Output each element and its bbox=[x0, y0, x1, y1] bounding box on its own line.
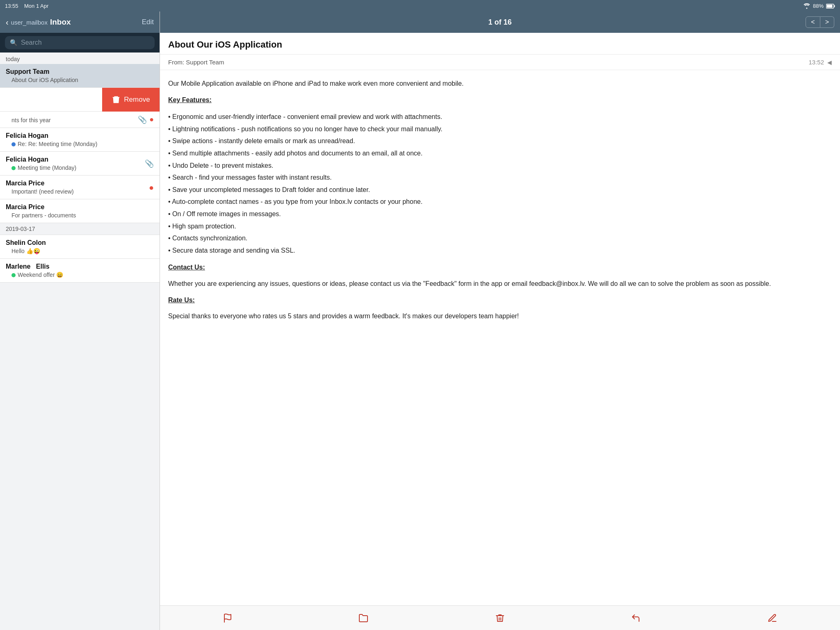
email-item-partial[interactable]: nts for this year 📎 ● bbox=[0, 112, 160, 128]
feature-item: On / Off remote images in messages. bbox=[168, 208, 832, 220]
exclamation-icon: ● bbox=[149, 183, 154, 192]
email-body: Our Mobile Application available on iPho… bbox=[160, 70, 840, 336]
left-header-left: ‹ user_mailbox Inbox bbox=[6, 18, 71, 27]
remove-action[interactable]: Remove bbox=[102, 88, 160, 112]
back-button[interactable]: ‹ bbox=[6, 18, 9, 27]
mailbox-label[interactable]: user_mailbox bbox=[11, 19, 48, 26]
date-separator-2019: 2019-03-17 bbox=[0, 223, 160, 235]
email-from: From: Support Team bbox=[168, 59, 224, 66]
feature-item: Contacts synchronization. bbox=[168, 232, 832, 244]
flag-button[interactable] bbox=[215, 610, 241, 626]
trash-button[interactable] bbox=[487, 610, 513, 626]
rate-heading: Rate Us: bbox=[168, 295, 832, 306]
email-subject: For partners - documents bbox=[6, 212, 154, 219]
svg-rect-2 bbox=[827, 5, 833, 8]
email-subject: Weekend offer 😄 bbox=[6, 272, 154, 278]
main-container: ‹ user_mailbox Inbox Edit 🔍 Search today… bbox=[0, 11, 840, 630]
contact-text: Whether you are experiencing any issues,… bbox=[168, 278, 832, 289]
feature-item: High spam protection. bbox=[168, 220, 832, 233]
pagination-buttons: < > bbox=[806, 16, 834, 28]
email-icons: 📎 ● bbox=[138, 115, 154, 124]
left-panel: ‹ user_mailbox Inbox Edit 🔍 Search today… bbox=[0, 11, 160, 630]
email-sender: Marlene Ellis bbox=[6, 263, 154, 270]
feature-item: Ergonomic and user-friendly interface - … bbox=[168, 111, 832, 123]
email-timestamp: 13:52 bbox=[808, 59, 824, 66]
key-features-heading: Key Features: bbox=[168, 95, 832, 105]
email-subject: Important! (need review) bbox=[6, 188, 154, 195]
search-icon: 🔍 bbox=[10, 39, 18, 46]
email-meta: From: Support Team 13:52 ◀ bbox=[160, 55, 840, 70]
battery-icon bbox=[826, 3, 835, 9]
section-today: today bbox=[0, 52, 160, 64]
email-item-shelin[interactable]: Shelin Colon Hello 👍😜 bbox=[0, 235, 160, 259]
right-panel: 1 of 16 < > About Our iOS Application Fr… bbox=[160, 11, 840, 630]
email-sender: Marcia Price bbox=[6, 203, 154, 211]
remove-label: Remove bbox=[124, 96, 150, 104]
email-subject: Re: Re: Meeting time (Monday) bbox=[6, 141, 154, 147]
email-item-marcia-2[interactable]: Marcia Price For partners - documents bbox=[0, 199, 160, 223]
next-button[interactable]: > bbox=[820, 16, 834, 28]
rate-title: Rate Us: bbox=[168, 295, 832, 306]
email-content: About Our iOS Application From: Support … bbox=[160, 33, 840, 605]
email-sender: Marcia Price bbox=[6, 180, 154, 187]
key-features-title: Key Features: bbox=[168, 95, 832, 105]
feature-item: Auto-complete contact names - as you typ… bbox=[168, 196, 832, 208]
right-header: 1 of 16 < > bbox=[160, 11, 840, 33]
email-subject: About Our iOS Application bbox=[6, 77, 154, 83]
unread-dot bbox=[11, 142, 16, 146]
email-item-marlene[interactable]: Marlene Ellis Weekend offer 😄 bbox=[0, 259, 160, 283]
email-title: About Our iOS Application bbox=[168, 39, 832, 50]
email-item-megan-container: Megan Party 😀 Remove bbox=[0, 88, 160, 112]
search-input-wrap[interactable]: 🔍 Search bbox=[5, 36, 155, 49]
feature-item: Undo Delete - to prevent mistakes. bbox=[168, 160, 832, 172]
unread-dot bbox=[11, 166, 16, 170]
email-sender: Felicia Hogan bbox=[6, 132, 154, 139]
folder-button[interactable] bbox=[350, 610, 377, 626]
email-subject: nts for this year bbox=[6, 117, 154, 123]
email-title-bar: About Our iOS Application bbox=[160, 33, 840, 55]
reply-button[interactable] bbox=[623, 610, 650, 626]
pagination-label: 1 of 16 bbox=[488, 18, 511, 27]
email-item-marcia-1[interactable]: Marcia Price Important! (need review) ● bbox=[0, 176, 160, 199]
contact-heading: Contact Us: bbox=[168, 262, 832, 273]
bottom-toolbar bbox=[160, 605, 840, 630]
email-item-support-team[interactable]: Support Team About Our iOS Application bbox=[0, 64, 160, 88]
compose-button[interactable] bbox=[759, 610, 785, 626]
expand-arrow-icon[interactable]: ◀ bbox=[827, 59, 832, 66]
features-list: Ergonomic and user-friendly interface - … bbox=[168, 111, 832, 256]
email-sender: Felicia Hogan bbox=[6, 156, 154, 163]
email-subject: Hello 👍😜 bbox=[6, 248, 154, 254]
rate-text: Special thanks to everyone who rates us … bbox=[168, 311, 832, 322]
svg-rect-1 bbox=[834, 5, 835, 7]
status-time: 13:55 bbox=[5, 3, 18, 9]
email-sender: Support Team bbox=[6, 68, 154, 75]
exclamation-icon: ● bbox=[149, 115, 154, 124]
feature-item: Swipe actions - instantly delete emails … bbox=[168, 135, 832, 147]
prev-button[interactable]: < bbox=[806, 16, 820, 28]
email-sender: Megan bbox=[0, 92, 96, 99]
email-subject: Party 😀 bbox=[0, 100, 96, 107]
edit-button[interactable]: Edit bbox=[142, 18, 154, 26]
email-subject: Meeting time (Monday) bbox=[6, 164, 154, 171]
wifi-icon bbox=[803, 2, 810, 9]
search-bar-container: 🔍 Search bbox=[0, 33, 160, 52]
email-item-megan[interactable]: Megan Party 😀 bbox=[0, 88, 102, 112]
left-header: ‹ user_mailbox Inbox Edit bbox=[0, 11, 160, 33]
battery-label: 88% bbox=[813, 3, 824, 9]
feature-item: Lightning notifications - push notificat… bbox=[168, 123, 832, 135]
feature-item: Send multiple attachments - easily add p… bbox=[168, 147, 832, 160]
feature-item: Search - find your messages faster with … bbox=[168, 171, 832, 184]
email-intro: Our Mobile Application available on iPho… bbox=[168, 78, 832, 89]
email-list[interactable]: today Support Team About Our iOS Applica… bbox=[0, 52, 160, 630]
feature-item: Secure data storage and sending via SSL. bbox=[168, 244, 832, 257]
email-item-felicia-2[interactable]: Felicia Hogan Meeting time (Monday) 📎 bbox=[0, 152, 160, 176]
inbox-title: Inbox bbox=[50, 18, 71, 27]
email-time-wrap: 13:52 ◀ bbox=[808, 59, 832, 66]
status-indicators: 88% bbox=[803, 2, 835, 9]
status-date: Mon 1 Apr bbox=[24, 3, 48, 9]
status-bar: 13:55 Mon 1 Apr 88% bbox=[0, 0, 840, 11]
feature-item: Save your uncompleted messages to Draft … bbox=[168, 184, 832, 196]
contact-title: Contact Us: bbox=[168, 262, 832, 273]
attachment-icon: 📎 bbox=[145, 159, 154, 168]
email-item-felicia-1[interactable]: Felicia Hogan Re: Re: Meeting time (Mond… bbox=[0, 128, 160, 152]
